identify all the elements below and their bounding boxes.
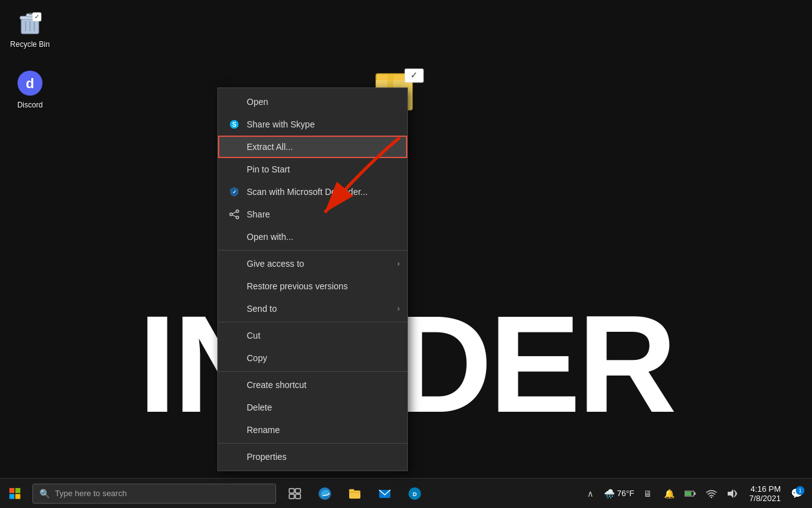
menu-item-scan-label: Scan with Microsoft Defender... <box>247 187 368 197</box>
menu-item-extract-all[interactable]: Extract All... <box>218 136 407 158</box>
defender-icon: ✓ <box>228 186 240 198</box>
svg-rect-33 <box>295 494 300 499</box>
edge-browser-button[interactable] <box>311 480 339 507</box>
desktop-icon-recycle-bin[interactable]: ♻ ✓ Recycle Bin <box>5 5 55 51</box>
menu-item-copy[interactable]: Copy <box>218 347 407 369</box>
give-access-icon <box>228 257 240 270</box>
menu-item-cut[interactable]: Cut <box>218 324 407 347</box>
volume-control[interactable] <box>723 484 743 504</box>
extract-icon <box>228 141 240 153</box>
menu-item-open-label: Open <box>247 97 268 107</box>
search-icon: 🔍 <box>39 489 50 499</box>
svg-text:♻: ♻ <box>29 12 32 16</box>
task-view-button[interactable] <box>281 480 309 507</box>
menu-item-share[interactable]: Share <box>218 203 407 226</box>
open-with-icon <box>228 231 240 243</box>
menu-item-give-access[interactable]: Give access to › <box>218 252 407 275</box>
svg-point-21 <box>230 213 232 216</box>
context-menu: Open S Share with Skype Extract All... P… <box>217 87 408 471</box>
menu-item-open-with[interactable]: Open with... <box>218 226 407 248</box>
clock-time: 4:16 PM <box>751 484 781 494</box>
battery-status[interactable] <box>680 484 700 504</box>
mail-button[interactable] <box>371 480 399 507</box>
clock-date: 7/8/2021 <box>749 494 781 503</box>
svg-rect-27 <box>16 488 21 493</box>
start-button[interactable] <box>0 479 30 509</box>
action-center-button[interactable]: 🔔 <box>659 484 679 504</box>
discord-svg: d <box>16 69 44 97</box>
menu-separator-4 <box>218 443 407 444</box>
svg-point-20 <box>236 210 239 212</box>
defender-svg: ✓ <box>229 187 239 197</box>
skype-svg: S <box>229 119 239 129</box>
svg-point-22 <box>236 216 239 219</box>
menu-separator-2 <box>218 322 407 322</box>
delete-icon <box>228 401 240 414</box>
show-hidden-icons-button[interactable]: ∧ <box>580 484 600 504</box>
menu-item-cut-label: Cut <box>247 331 260 341</box>
menu-item-share-skype[interactable]: S Share with Skype <box>218 113 407 136</box>
svg-text:d: d <box>26 76 34 91</box>
discord-label: Discord <box>17 101 43 109</box>
send-to-arrow: › <box>397 304 400 313</box>
windows-logo-icon <box>9 488 21 499</box>
svg-text:S: S <box>232 121 237 128</box>
send-to-icon <box>228 302 240 315</box>
pin-icon <box>228 163 240 176</box>
svg-marker-44 <box>728 489 733 498</box>
menu-item-pin-to-start[interactable]: Pin to Start <box>218 158 407 181</box>
svg-rect-28 <box>9 494 14 499</box>
svg-rect-30 <box>289 489 294 493</box>
dell-icon: D <box>408 487 422 501</box>
recycle-bin-svg: ♻ ✓ <box>16 9 44 36</box>
mail-icon <box>378 487 392 501</box>
task-view-icon <box>289 488 301 499</box>
share-icon <box>228 208 240 221</box>
chevron-up-icon: ∧ <box>587 489 593 499</box>
menu-item-restore-versions[interactable]: Restore previous versions <box>218 275 407 297</box>
wifi-status[interactable] <box>701 484 721 504</box>
notification-badge: 1 <box>796 486 805 495</box>
desktop-icon-discord[interactable]: d Discord <box>5 66 55 112</box>
taskbar-search-box[interactable]: 🔍 Type here to search <box>32 484 276 504</box>
svg-rect-41 <box>695 492 696 495</box>
svg-text:✓: ✓ <box>232 189 237 195</box>
menu-item-open[interactable]: Open <box>218 91 407 113</box>
menu-item-properties[interactable]: Properties <box>218 446 407 468</box>
menu-item-send-to-label: Send to <box>247 304 277 314</box>
weather-icon: 🌧️ <box>604 489 615 499</box>
dell-button[interactable]: D <box>401 480 428 507</box>
menu-item-give-access-label: Give access to <box>247 259 304 269</box>
recycle-bin-icon: ♻ ✓ <box>15 7 45 37</box>
menu-item-share-label: Share <box>247 209 270 219</box>
menu-item-rename[interactable]: Rename <box>218 419 407 441</box>
weather-widget[interactable]: 🌧️ 76°F <box>602 484 637 504</box>
screen-rotation-button[interactable]: 🖥 <box>638 484 658 504</box>
menu-item-extract-all-label: Extract All... <box>247 142 293 152</box>
file-explorer-button[interactable] <box>341 480 369 507</box>
rename-icon <box>228 424 240 436</box>
menu-item-create-shortcut-label: Create shortcut <box>247 380 307 390</box>
menu-item-create-shortcut[interactable]: Create shortcut <box>218 374 407 396</box>
menu-item-scan-defender[interactable]: ✓ Scan with Microsoft Defender... <box>218 181 407 203</box>
menu-item-delete[interactable]: Delete <box>218 396 407 419</box>
svg-line-23 <box>232 212 236 214</box>
screen-icon: 🖥 <box>643 489 652 499</box>
notification-center-button[interactable]: 💬 1 <box>787 484 807 504</box>
skype-icon: S <box>228 118 240 131</box>
discord-icon: d <box>15 68 45 98</box>
taskbar-middle-buttons: D <box>281 480 428 507</box>
properties-icon <box>228 451 240 463</box>
edge-icon <box>318 487 332 501</box>
menu-item-share-skype-label: Share with Skype <box>247 119 315 129</box>
menu-item-rename-label: Rename <box>247 425 280 435</box>
taskbar-tray: ∧ 🌧️ 76°F 🖥 🔔 <box>580 479 812 509</box>
taskbar: 🔍 Type here to search <box>0 478 812 508</box>
menu-item-send-to[interactable]: Send to › <box>218 297 407 320</box>
system-clock[interactable]: 4:16 PM 7/8/2021 <box>744 479 786 509</box>
menu-separator-3 <box>218 371 407 372</box>
wifi-icon <box>706 489 717 498</box>
give-access-arrow: › <box>397 259 400 268</box>
copy-icon <box>228 352 240 364</box>
menu-item-copy-label: Copy <box>247 353 267 363</box>
